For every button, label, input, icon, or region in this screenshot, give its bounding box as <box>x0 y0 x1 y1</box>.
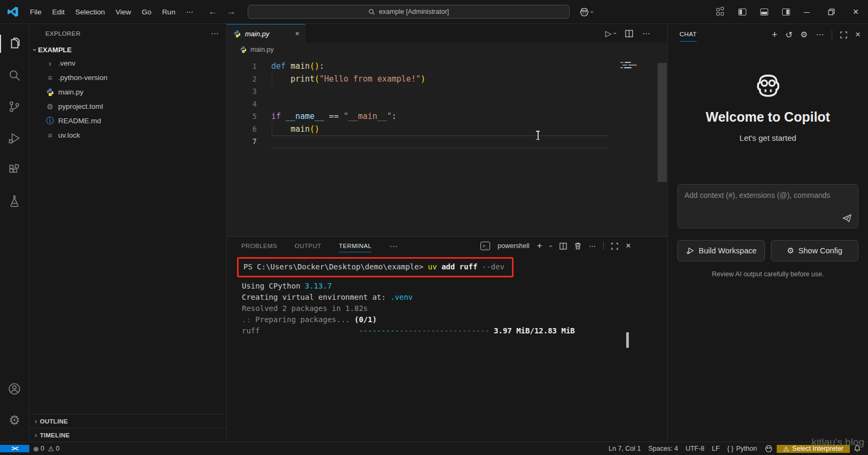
split-terminal-icon[interactable] <box>559 243 567 250</box>
close-window-button[interactable]: × <box>843 0 868 23</box>
problems-status[interactable]: ⊗ 0 ⚠ 0 <box>29 445 63 453</box>
search-view-icon[interactable] <box>0 62 29 89</box>
editor-group: main.py × ▷ › ⋯ main.py <box>227 24 667 442</box>
back-arrow-icon[interactable]: ← <box>208 6 217 17</box>
new-terminal-icon[interactable]: + <box>537 241 542 251</box>
line-number: 1 <box>227 60 257 73</box>
chevron-right-icon: › <box>35 417 37 425</box>
notifications-bell[interactable] <box>850 445 865 452</box>
menu-run[interactable]: Run <box>157 5 181 19</box>
kill-terminal-trash-icon[interactable] <box>574 242 581 250</box>
terminal-line-6: ruff ----------------------------- 3.97 … <box>242 325 667 337</box>
panel-more-tabs-icon[interactable]: ⋯ <box>389 241 398 251</box>
remote-indicator[interactable]: >< <box>0 445 29 452</box>
forward-arrow-icon[interactable]: → <box>227 6 236 17</box>
chat-tab[interactable]: CHAT <box>680 31 697 38</box>
menu-selection[interactable]: Selection <box>70 5 111 19</box>
timeline-section[interactable]: › TIMELINE <box>29 428 226 442</box>
close-panel-icon[interactable]: × <box>626 241 631 251</box>
copilot-status[interactable] <box>761 445 777 452</box>
code-line-1[interactable]: 1def main(): <box>227 60 667 73</box>
copilot-menu[interactable]: › <box>579 7 593 17</box>
file-item--venv[interactable]: ›.venv <box>29 56 226 70</box>
split-editor-icon[interactable] <box>625 30 633 37</box>
minimap[interactable] <box>620 62 645 78</box>
language-status[interactable]: { } Python <box>723 445 761 452</box>
new-chat-icon[interactable]: + <box>772 29 778 41</box>
extensions-icon[interactable] <box>0 156 29 183</box>
panel-more-actions-icon[interactable]: ⋯ <box>589 242 596 250</box>
code-line-2[interactable]: 2 print("Hello from example!") <box>227 73 667 86</box>
source-control-icon[interactable] <box>0 93 29 120</box>
terminal[interactable]: PS C:\Users\Docker\Desktop\demo\example>… <box>227 255 667 442</box>
chat-more-actions-icon[interactable]: ⋯ <box>816 30 824 39</box>
chevron-right-icon: › <box>35 431 37 439</box>
testing-icon[interactable] <box>0 188 29 214</box>
close-chat-icon[interactable]: × <box>855 29 861 40</box>
file-item-main-py[interactable]: main.py <box>29 85 226 99</box>
panel-tab-terminal[interactable]: TERMINAL <box>339 237 372 255</box>
send-icon[interactable] <box>842 213 853 223</box>
settings-gear-icon[interactable]: ⚙ <box>0 407 29 434</box>
indentation-status[interactable]: Spaces: 4 <box>645 445 682 452</box>
minimize-button[interactable]: ─ <box>794 0 819 23</box>
toggle-secondary-sidebar-icon[interactable] <box>782 9 790 15</box>
tab-main-py[interactable]: main.py × <box>227 24 305 43</box>
build-workspace-button[interactable]: Build Workspace <box>677 240 765 261</box>
account-icon[interactable] <box>0 376 29 402</box>
menu-view[interactable]: View <box>111 5 137 19</box>
show-config-button[interactable]: ⚙ Show Config <box>771 240 858 261</box>
tab-close-icon[interactable]: × <box>295 29 299 38</box>
file-item--python-version[interactable]: ≡.python-version <box>29 70 226 85</box>
code-line-4[interactable]: 4 <box>227 98 667 111</box>
code-editor[interactable]: 1def main():2 print("Hello from example!… <box>227 57 667 236</box>
maximize-panel-icon[interactable] <box>611 243 618 250</box>
outline-section[interactable]: › OUTLINE <box>29 414 226 428</box>
run-dropdown-icon[interactable]: › <box>611 32 619 34</box>
editor-more-actions-icon[interactable]: ⋯ <box>642 29 650 38</box>
gear-file-icon: ⚙ <box>45 102 54 111</box>
terminal-scrollbar[interactable] <box>626 332 629 348</box>
breadcrumb[interactable]: main.py <box>227 43 667 57</box>
file-item-pyproject-toml[interactable]: ⚙pyproject.toml <box>29 99 226 114</box>
chat-history-icon[interactable]: ↺ <box>785 30 792 40</box>
panel-tab-output[interactable]: OUTPUT <box>295 237 321 255</box>
file-label: main.py <box>58 88 83 96</box>
maximize-chat-icon[interactable] <box>840 31 847 38</box>
customize-layout-icon[interactable] <box>716 8 724 15</box>
menu-file[interactable]: File <box>25 5 47 19</box>
menu-more[interactable]: ⋯ <box>180 5 199 19</box>
toggle-primary-sidebar-icon[interactable] <box>738 9 746 15</box>
explorer-icon[interactable] <box>0 30 29 57</box>
cursor-position-status[interactable]: Ln 7, Col 1 <box>605 445 644 452</box>
run-debug-icon[interactable] <box>0 125 29 151</box>
breadcrumb-item[interactable]: main.py <box>250 46 274 53</box>
editor-scrollbar[interactable] <box>658 63 667 182</box>
explorer-more-actions[interactable]: ⋯ <box>211 29 219 38</box>
folder-root-example[interactable]: › EXAMPLE <box>29 43 226 56</box>
panel-tab-problems[interactable]: PROBLEMS <box>241 237 277 255</box>
encoding-status[interactable]: UTF-8 <box>682 445 708 452</box>
file-item-uv-lock[interactable]: ≡uv.lock <box>29 128 226 142</box>
chat-input[interactable]: Add context (#), extensions (@), command… <box>677 184 858 228</box>
title-bar: FileEditSelectionViewGoRun ⋯ ← → example… <box>0 0 868 24</box>
restore-button[interactable] <box>819 0 843 23</box>
terminal-line-5: .: Preparing packages... (0/1) <box>242 314 667 325</box>
terminal-dropdown-icon[interactable]: › <box>547 245 555 247</box>
code-line-5[interactable]: 5if __name__ == "__main__": <box>227 110 667 123</box>
code-line-3[interactable]: 3 <box>227 85 667 98</box>
menu-go[interactable]: Go <box>137 5 157 19</box>
code-line-6[interactable]: 6 main() <box>227 123 667 136</box>
code-line-7[interactable]: 7 <box>227 135 667 148</box>
explorer-title: EXPLORER <box>45 30 81 37</box>
toggle-panel-icon[interactable] <box>760 9 768 15</box>
shell-name[interactable]: powershell <box>498 242 530 250</box>
chat-settings-gear-icon[interactable]: ⚙ <box>801 30 808 39</box>
select-interpreter-status[interactable]: ⚠ Select Interpreter <box>777 445 850 453</box>
file-item-readme-md[interactable]: ⓘREADME.md <box>29 114 226 128</box>
menu-edit[interactable]: Edit <box>47 5 70 19</box>
command-center-search[interactable]: example [Administrator] <box>248 5 570 19</box>
eol-status[interactable]: LF <box>708 445 724 452</box>
highlight-annotation-box: PS C:\Users\Docker\Desktop\demo\example>… <box>237 257 514 277</box>
terminal-line-3: Creating virtual environment at: .venv <box>242 292 667 303</box>
